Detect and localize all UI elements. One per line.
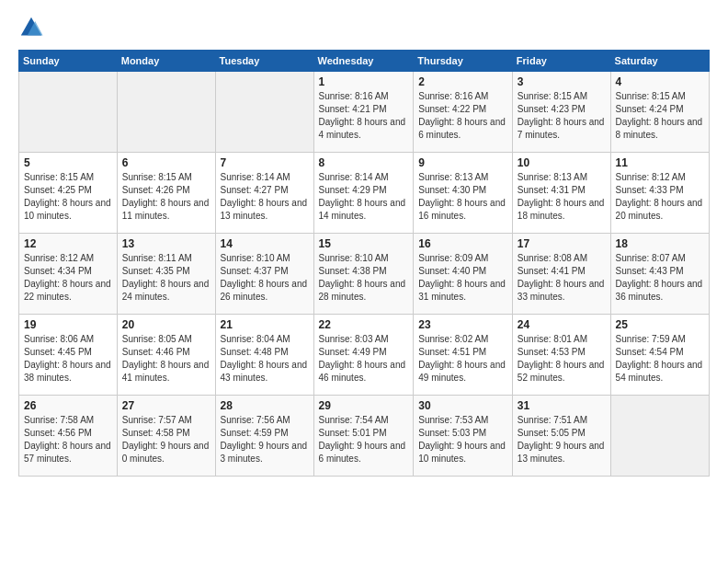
day-number: 3	[518, 75, 606, 88]
day-info: Sunrise: 8:02 AM Sunset: 4:51 PM Dayligh…	[418, 333, 507, 385]
calendar-week-row: 12Sunrise: 8:12 AM Sunset: 4:34 PM Dayli…	[19, 234, 710, 315]
day-number: 1	[319, 75, 409, 88]
table-row: 25Sunrise: 7:59 AM Sunset: 4:54 PM Dayli…	[610, 315, 709, 396]
day-info: Sunrise: 8:15 AM Sunset: 4:23 PM Dayligh…	[518, 90, 606, 142]
day-number: 26	[24, 399, 112, 412]
day-number: 9	[418, 156, 507, 169]
calendar-week-row: 19Sunrise: 8:06 AM Sunset: 4:45 PM Dayli…	[19, 315, 710, 396]
day-number: 16	[418, 237, 507, 250]
col-tuesday: Tuesday	[215, 51, 313, 72]
table-row: 28Sunrise: 7:56 AM Sunset: 4:59 PM Dayli…	[215, 396, 313, 477]
day-info: Sunrise: 8:01 AM Sunset: 4:53 PM Dayligh…	[518, 333, 606, 385]
calendar-week-row: 1Sunrise: 8:16 AM Sunset: 4:21 PM Daylig…	[19, 72, 710, 153]
day-info: Sunrise: 8:03 AM Sunset: 4:49 PM Dayligh…	[319, 333, 409, 385]
day-number: 23	[418, 318, 507, 331]
table-row: 1Sunrise: 8:16 AM Sunset: 4:21 PM Daylig…	[313, 72, 414, 153]
day-info: Sunrise: 8:05 AM Sunset: 4:46 PM Dayligh…	[122, 333, 210, 385]
day-info: Sunrise: 7:56 AM Sunset: 4:59 PM Dayligh…	[221, 414, 309, 465]
table-row: 15Sunrise: 8:10 AM Sunset: 4:38 PM Dayli…	[313, 234, 414, 315]
day-info: Sunrise: 8:09 AM Sunset: 4:40 PM Dayligh…	[418, 252, 507, 304]
table-row: 12Sunrise: 8:12 AM Sunset: 4:34 PM Dayli…	[19, 234, 118, 315]
day-info: Sunrise: 7:54 AM Sunset: 5:01 PM Dayligh…	[319, 414, 409, 465]
table-row: 5Sunrise: 8:15 AM Sunset: 4:25 PM Daylig…	[19, 153, 118, 234]
col-monday: Monday	[117, 51, 215, 72]
table-row: 21Sunrise: 8:04 AM Sunset: 4:48 PM Dayli…	[215, 315, 313, 396]
table-row	[19, 72, 118, 153]
table-row: 18Sunrise: 8:07 AM Sunset: 4:43 PM Dayli…	[610, 234, 709, 315]
day-info: Sunrise: 8:04 AM Sunset: 4:48 PM Dayligh…	[221, 333, 309, 385]
table-row: 11Sunrise: 8:12 AM Sunset: 4:33 PM Dayli…	[610, 153, 709, 234]
day-number: 21	[221, 318, 309, 331]
col-friday: Friday	[512, 51, 610, 72]
day-number: 13	[122, 237, 210, 250]
calendar-week-row: 5Sunrise: 8:15 AM Sunset: 4:25 PM Daylig…	[19, 153, 710, 234]
day-number: 17	[518, 237, 606, 250]
day-number: 20	[122, 318, 210, 331]
day-info: Sunrise: 7:57 AM Sunset: 4:58 PM Dayligh…	[122, 414, 210, 465]
table-row: 31Sunrise: 7:51 AM Sunset: 5:05 PM Dayli…	[512, 396, 610, 477]
table-row: 6Sunrise: 8:15 AM Sunset: 4:26 PM Daylig…	[117, 153, 215, 234]
table-row: 20Sunrise: 8:05 AM Sunset: 4:46 PM Dayli…	[117, 315, 215, 396]
day-number: 28	[221, 399, 309, 412]
day-number: 29	[319, 399, 409, 412]
day-info: Sunrise: 8:13 AM Sunset: 4:30 PM Dayligh…	[418, 171, 507, 223]
day-number: 30	[418, 399, 507, 412]
col-thursday: Thursday	[414, 51, 513, 72]
calendar-week-row: 26Sunrise: 7:58 AM Sunset: 4:56 PM Dayli…	[19, 396, 710, 477]
day-number: 10	[518, 156, 606, 169]
day-info: Sunrise: 7:58 AM Sunset: 4:56 PM Dayligh…	[24, 414, 112, 465]
day-number: 2	[418, 75, 507, 88]
table-row: 14Sunrise: 8:10 AM Sunset: 4:37 PM Dayli…	[215, 234, 313, 315]
day-info: Sunrise: 8:13 AM Sunset: 4:31 PM Dayligh…	[518, 171, 606, 223]
table-row: 26Sunrise: 7:58 AM Sunset: 4:56 PM Dayli…	[19, 396, 118, 477]
table-row: 16Sunrise: 8:09 AM Sunset: 4:40 PM Dayli…	[414, 234, 513, 315]
table-row: 2Sunrise: 8:16 AM Sunset: 4:22 PM Daylig…	[414, 72, 513, 153]
day-number: 15	[319, 237, 409, 250]
day-info: Sunrise: 8:11 AM Sunset: 4:35 PM Dayligh…	[122, 252, 210, 304]
day-info: Sunrise: 8:16 AM Sunset: 4:22 PM Dayligh…	[418, 90, 507, 142]
day-number: 7	[221, 156, 309, 169]
day-number: 25	[616, 318, 704, 331]
day-number: 24	[518, 318, 606, 331]
table-row: 7Sunrise: 8:14 AM Sunset: 4:27 PM Daylig…	[215, 153, 313, 234]
day-info: Sunrise: 8:12 AM Sunset: 4:34 PM Dayligh…	[24, 252, 112, 304]
day-info: Sunrise: 8:16 AM Sunset: 4:21 PM Dayligh…	[319, 90, 409, 142]
table-row: 8Sunrise: 8:14 AM Sunset: 4:29 PM Daylig…	[313, 153, 414, 234]
day-info: Sunrise: 8:10 AM Sunset: 4:38 PM Dayligh…	[319, 252, 409, 304]
day-number: 4	[616, 75, 704, 88]
day-info: Sunrise: 8:10 AM Sunset: 4:37 PM Dayligh…	[221, 252, 309, 304]
day-number: 12	[24, 237, 112, 250]
logo-icon	[18, 15, 44, 40]
calendar-table: Sunday Monday Tuesday Wednesday Thursday…	[18, 50, 710, 477]
table-row	[215, 72, 313, 153]
page: Sunday Monday Tuesday Wednesday Thursday…	[0, 0, 728, 563]
day-info: Sunrise: 8:14 AM Sunset: 4:29 PM Dayligh…	[319, 171, 409, 223]
table-row: 9Sunrise: 8:13 AM Sunset: 4:30 PM Daylig…	[414, 153, 513, 234]
table-row: 27Sunrise: 7:57 AM Sunset: 4:58 PM Dayli…	[117, 396, 215, 477]
day-info: Sunrise: 8:07 AM Sunset: 4:43 PM Dayligh…	[616, 252, 704, 304]
day-number: 8	[319, 156, 409, 169]
day-number: 11	[616, 156, 704, 169]
day-number: 5	[24, 156, 112, 169]
day-info: Sunrise: 8:06 AM Sunset: 4:45 PM Dayligh…	[24, 333, 112, 385]
table-row	[610, 396, 709, 477]
day-number: 22	[319, 318, 409, 331]
table-row: 13Sunrise: 8:11 AM Sunset: 4:35 PM Dayli…	[117, 234, 215, 315]
calendar-header-row: Sunday Monday Tuesday Wednesday Thursday…	[19, 51, 710, 72]
table-row: 19Sunrise: 8:06 AM Sunset: 4:45 PM Dayli…	[19, 315, 118, 396]
day-info: Sunrise: 8:14 AM Sunset: 4:27 PM Dayligh…	[221, 171, 309, 223]
day-info: Sunrise: 7:51 AM Sunset: 5:05 PM Dayligh…	[518, 414, 606, 465]
col-wednesday: Wednesday	[313, 51, 414, 72]
table-row: 17Sunrise: 8:08 AM Sunset: 4:41 PM Dayli…	[512, 234, 610, 315]
day-number: 19	[24, 318, 112, 331]
day-number: 14	[221, 237, 309, 250]
table-row: 4Sunrise: 8:15 AM Sunset: 4:24 PM Daylig…	[610, 72, 709, 153]
day-info: Sunrise: 8:12 AM Sunset: 4:33 PM Dayligh…	[616, 171, 704, 223]
day-number: 27	[122, 399, 210, 412]
header	[18, 15, 710, 40]
table-row: 30Sunrise: 7:53 AM Sunset: 5:03 PM Dayli…	[414, 396, 513, 477]
table-row	[117, 72, 215, 153]
table-row: 29Sunrise: 7:54 AM Sunset: 5:01 PM Dayli…	[313, 396, 414, 477]
day-number: 31	[518, 399, 606, 412]
day-number: 18	[616, 237, 704, 250]
